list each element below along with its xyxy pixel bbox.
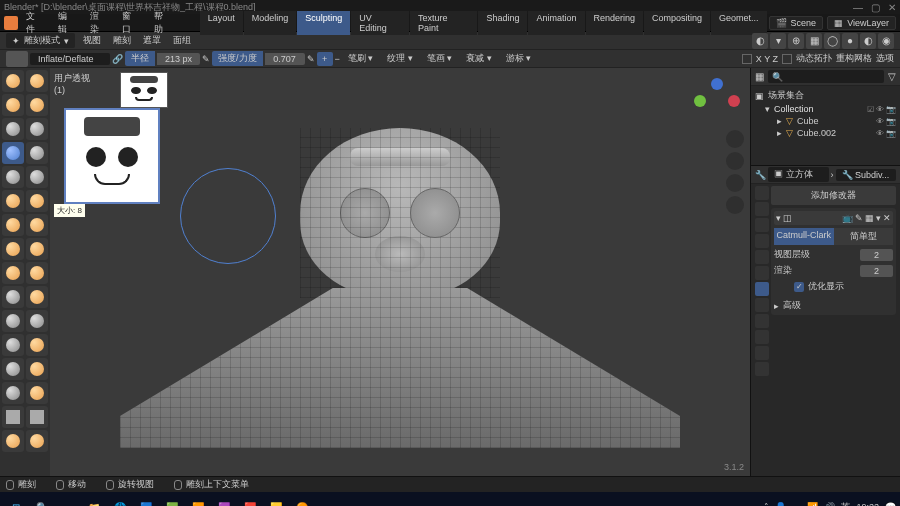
tab-data[interactable] (755, 346, 769, 360)
perspective-toggle-icon[interactable] (726, 196, 744, 214)
object-row-cube002[interactable]: ▸ ▽ Cube.002 👁📷 (755, 127, 896, 139)
tool-slide[interactable] (2, 334, 24, 356)
mod-menu-icon[interactable]: ▾ (876, 213, 881, 223)
blender-taskbar-icon[interactable]: 🟠 (290, 495, 314, 506)
app-icon-6[interactable]: 🟨 (264, 495, 288, 506)
symmetry-x-checkbox[interactable] (742, 54, 752, 64)
tab-material[interactable] (755, 362, 769, 376)
optimal-display-checkbox[interactable]: ✓ (794, 282, 804, 292)
tool-annotate[interactable] (2, 430, 24, 452)
tool-clay[interactable] (2, 94, 24, 116)
workspace-tab-geometry[interactable]: Geomet... (711, 11, 767, 35)
faceset-menu[interactable]: 面组 (169, 34, 195, 47)
editor-type-icon[interactable]: ▦ (755, 71, 764, 82)
nav-gizmo[interactable] (694, 78, 740, 124)
tool-mask[interactable] (2, 382, 24, 404)
falloff-dropdown[interactable]: 衰减 ▾ (460, 51, 498, 66)
move-view-icon[interactable] (726, 152, 744, 170)
app-icon-3[interactable]: 🟧 (186, 495, 210, 506)
app-icon-5[interactable]: 🟥 (238, 495, 262, 506)
exclude-icon[interactable]: ☑ (867, 105, 874, 114)
tool-boundary[interactable] (26, 334, 48, 356)
object-row-cube[interactable]: ▸ ▽ Cube 👁📷 (755, 115, 896, 127)
viewlayer-selector[interactable]: ▦ ViewLayer (827, 16, 896, 30)
shading-wireframe-icon[interactable]: ◯ (824, 33, 840, 49)
scene-selector[interactable]: 🎬 Scene (769, 16, 824, 30)
tab-world[interactable] (755, 250, 769, 264)
tab-object[interactable] (755, 266, 769, 280)
viewport-levels-value[interactable]: 2 (860, 249, 893, 261)
tool-blob[interactable] (26, 142, 48, 164)
menu-help[interactable]: 帮助 (148, 10, 178, 36)
brush-name-field[interactable]: Inflate/Deflate (30, 53, 110, 65)
mode-selector[interactable]: ✦ 雕刻模式 ▾ (6, 33, 75, 48)
explorer-icon[interactable]: 📁 (82, 495, 106, 506)
tool-box-mask[interactable] (2, 406, 24, 428)
eye-icon[interactable]: 👁 (876, 129, 884, 138)
workspace-tab-rendering[interactable]: Rendering (586, 11, 644, 35)
tool-pinch[interactable] (2, 238, 24, 260)
overlay-menu-icon[interactable]: ▾ (770, 33, 786, 49)
tool-thumb[interactable] (2, 286, 24, 308)
app-icon-4[interactable]: 🟪 (212, 495, 236, 506)
mod-realtime-icon[interactable]: 📺 (842, 213, 853, 223)
scene-collection-row[interactable]: ▣ 场景集合 (755, 88, 896, 103)
tool-nudge[interactable] (2, 310, 24, 332)
dyntopo-checkbox[interactable] (782, 54, 792, 64)
zoom-button-icon[interactable] (726, 130, 744, 148)
texture-dropdown[interactable]: 纹理 ▾ (381, 51, 419, 66)
tab-viewlayer[interactable] (755, 218, 769, 232)
axis-y-icon[interactable] (694, 95, 706, 107)
tray-volume-icon[interactable]: 🔊 (824, 502, 835, 506)
workspace-tab-texture[interactable]: Texture Paint (410, 11, 478, 35)
tool-pose[interactable] (26, 286, 48, 308)
tool-snake-hook[interactable] (26, 262, 48, 284)
collection-row[interactable]: ▾ Collection ☑👁📷 (755, 103, 896, 115)
tray-ime[interactable]: 英 (841, 501, 850, 507)
mod-cage-icon[interactable]: ▦ (865, 213, 874, 223)
workspace-tab-compositing[interactable]: Compositing (644, 11, 710, 35)
tool-mesh-filter[interactable] (26, 430, 48, 452)
tool-smooth[interactable] (26, 166, 48, 188)
disclosure-icon[interactable]: ▸ (774, 301, 779, 311)
axis-z-icon[interactable] (711, 78, 723, 90)
render-icon[interactable]: 📷 (886, 129, 896, 138)
close-button[interactable]: ✕ (888, 2, 896, 13)
disclosure-icon[interactable]: ▾ (776, 213, 781, 223)
tool-draw-sharp[interactable] (26, 70, 48, 92)
blender-logo-icon[interactable] (4, 16, 18, 30)
tool-layer[interactable] (26, 118, 48, 140)
editor-type-icon[interactable]: 🔧 (755, 170, 766, 180)
workspace-tab-layout[interactable]: Layout (200, 11, 243, 35)
tool-clay-thumb[interactable] (2, 118, 24, 140)
tool-inflate[interactable] (2, 142, 24, 164)
tool-crease[interactable] (2, 166, 24, 188)
remesh-label[interactable]: 重构网格 (836, 52, 872, 65)
disclosure-icon[interactable]: ▸ (777, 128, 782, 138)
strength-value[interactable]: 0.707 (265, 53, 305, 65)
modifier-context[interactable]: 🔧 Subdiv... (836, 169, 897, 181)
eye-icon[interactable]: 👁 (876, 105, 884, 114)
cursor-dropdown[interactable]: 游标 ▾ (500, 51, 538, 66)
mod-close-icon[interactable]: ✕ (883, 213, 891, 223)
render-icon[interactable]: 📷 (886, 105, 896, 114)
menu-edit[interactable]: 编辑 (52, 10, 82, 36)
tray-up-icon[interactable]: ˄ (764, 502, 769, 506)
workspace-tab-animation[interactable]: Animation (528, 11, 584, 35)
tool-draw[interactable] (2, 70, 24, 92)
tray-notification-icon[interactable]: 💬 (885, 502, 896, 506)
shading-solid-icon[interactable]: ● (842, 33, 858, 49)
options-label[interactable]: 选项 (876, 52, 894, 65)
tool-simplify[interactable] (26, 358, 48, 380)
gizmo-toggle-icon[interactable]: ⊕ (788, 33, 804, 49)
axis-x-icon[interactable] (728, 95, 740, 107)
strength-pressure-icon[interactable]: ✎ (307, 54, 315, 64)
menu-file[interactable]: 文件 (20, 10, 50, 36)
outliner[interactable]: ▣ 场景集合 ▾ Collection ☑👁📷 ▸ ▽ Cube 👁📷 ▸ ▽ … (751, 86, 900, 166)
search-taskbar-icon[interactable]: 🔍 (30, 495, 54, 506)
subdiv-type-simple[interactable]: 简单型 (834, 228, 894, 245)
tool-fill[interactable] (26, 190, 48, 212)
shading-rendered-icon[interactable]: ◉ (878, 33, 894, 49)
disclosure-icon[interactable]: ▸ (777, 116, 782, 126)
sculpt-menu[interactable]: 雕刻 (109, 34, 135, 47)
